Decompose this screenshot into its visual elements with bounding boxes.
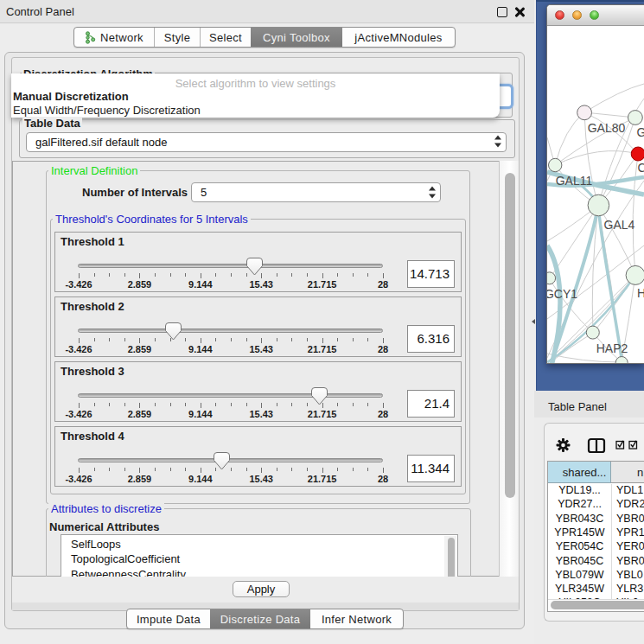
svg-text:HIS: HIS [637, 286, 644, 300]
svg-text:HAP2: HAP2 [596, 341, 628, 355]
svg-text:GAL11: GAL11 [556, 174, 593, 188]
svg-text:GAL: GAL [637, 125, 644, 139]
svg-text:GAL4: GAL4 [604, 218, 635, 232]
svg-text:GCY1: GCY1 [547, 287, 577, 301]
svg-text:CDC: CDC [638, 161, 644, 175]
svg-text:GAL80: GAL80 [588, 121, 626, 135]
